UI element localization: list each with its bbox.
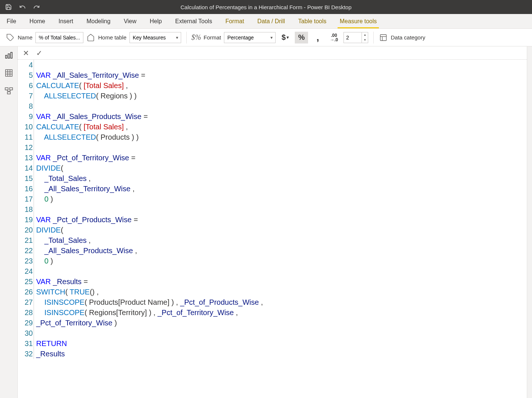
dax-editor[interactable]: 45VAR _All_Sales_Territory_Wise =6CALCUL… (18, 60, 527, 398)
code-text[interactable]: DIVIDE( (35, 225, 63, 235)
tab-insert[interactable]: Insert (52, 14, 80, 28)
code-text[interactable]: 0 ) (35, 194, 53, 204)
code-line[interactable]: 30 (18, 328, 527, 338)
data-category-group: Data category (379, 33, 425, 42)
code-text[interactable] (35, 60, 36, 70)
code-line[interactable]: 24 (18, 266, 527, 276)
tag-icon (6, 33, 15, 42)
code-text[interactable]: _All_Sales_Territory_Wise , (35, 184, 135, 194)
home-table-select[interactable]: Key Measures (129, 32, 181, 43)
code-text[interactable] (35, 204, 36, 214)
tab-external-tools[interactable]: External Tools (169, 14, 219, 28)
tab-home[interactable]: Home (23, 14, 52, 28)
code-text[interactable]: VAR _Pct_of_Products_Wise = (35, 214, 138, 225)
code-text[interactable]: RETURN (35, 338, 67, 349)
code-line[interactable]: 12 (18, 142, 527, 153)
decimal-down[interactable]: ▼ (362, 38, 368, 43)
code-text[interactable]: DIVIDE( (35, 163, 63, 173)
data-view-icon[interactable] (4, 68, 14, 78)
code-line[interactable]: 23 0 ) (18, 256, 527, 266)
code-text[interactable]: 0 ) (35, 256, 53, 266)
decimal-input[interactable] (343, 32, 362, 43)
comma-button[interactable]: , (311, 32, 324, 43)
tab-help[interactable]: Help (143, 14, 169, 28)
code-line[interactable]: 13VAR _Pct_of_Territory_Wise = (18, 153, 527, 163)
tab-format[interactable]: Format (219, 14, 251, 28)
code-text[interactable]: ALLSELECTED( Regions ) ) (35, 91, 137, 101)
svg-rect-6 (11, 52, 12, 58)
line-number: 26 (18, 287, 34, 297)
code-text[interactable]: ISINSCOPE( Products[Product Name] ) , _P… (35, 297, 263, 307)
commit-formula-icon[interactable]: ✓ (34, 48, 44, 58)
code-line[interactable]: 28 ISINSCOPE( Regions[Territory] ) , _Pc… (18, 307, 527, 318)
code-line[interactable]: 21 _Total_Sales , (18, 235, 527, 245)
code-text[interactable] (35, 101, 36, 111)
code-line[interactable]: 14DIVIDE( (18, 163, 527, 173)
line-number: 16 (18, 184, 34, 194)
code-line[interactable]: 8 (18, 101, 527, 111)
code-line[interactable]: 22 _All_Sales_Products_Wise , (18, 245, 527, 256)
code-line[interactable]: 10CALCULATE( [Total Sales] , (18, 122, 527, 132)
code-line[interactable]: 27 ISINSCOPE( Products[Product Name] ) ,… (18, 297, 527, 307)
decimal-up[interactable]: ▲ (362, 32, 368, 38)
tab-file[interactable]: File (0, 14, 23, 28)
right-pane-edge[interactable] (527, 46, 532, 398)
code-line[interactable]: 16 _All_Sales_Territory_Wise , (18, 184, 527, 194)
code-text[interactable]: CALCULATE( [Total Sales] , (35, 80, 128, 91)
save-icon[interactable] (5, 4, 12, 10)
line-number: 23 (18, 256, 34, 266)
code-text[interactable]: CALCULATE( [Total Sales] , (35, 122, 128, 132)
code-text[interactable]: ALLSELECTED( Products ) ) (35, 132, 139, 142)
code-line[interactable]: 32_Results (18, 349, 527, 359)
name-input[interactable] (35, 32, 83, 43)
data-category-label: Data category (391, 34, 425, 41)
code-line[interactable]: 17 0 ) (18, 194, 527, 204)
code-text[interactable]: SWITCH( TRUE() , (35, 287, 99, 297)
tab-view[interactable]: View (117, 14, 143, 28)
tab-measure-tools[interactable]: Measure tools (333, 14, 384, 28)
redo-icon[interactable] (33, 4, 40, 10)
code-line[interactable]: 15 _Total_Sales , (18, 173, 527, 184)
code-line[interactable]: 18 (18, 204, 527, 214)
code-text[interactable] (35, 328, 36, 338)
code-line[interactable]: 5VAR _All_Sales_Territory_Wise = (18, 70, 527, 80)
undo-icon[interactable] (19, 4, 26, 10)
format-label: Format (204, 34, 221, 41)
percent-button[interactable]: % (295, 32, 308, 43)
code-text[interactable]: VAR _Pct_of_Territory_Wise = (35, 153, 135, 163)
code-line[interactable]: 4 (18, 60, 527, 70)
code-text[interactable]: _Total_Sales , (35, 173, 91, 184)
report-view-icon[interactable] (4, 50, 14, 60)
code-text[interactable]: _Total_Sales , (35, 235, 91, 245)
code-line[interactable]: 7 ALLSELECTED( Regions ) ) (18, 91, 527, 101)
code-line[interactable]: 6CALCULATE( [Total Sales] , (18, 80, 527, 91)
window-title: Calculation of Percentages in a Hierarch… (180, 4, 352, 10)
model-view-icon[interactable] (4, 85, 14, 96)
code-line[interactable]: 25VAR _Results = (18, 276, 527, 287)
svg-rect-12 (5, 88, 8, 90)
code-text[interactable]: ISINSCOPE( Regions[Territory] ) , _Pct_o… (35, 307, 238, 318)
code-text[interactable]: _Pct_of_Territory_Wise ) (35, 318, 117, 328)
decimal-spinner[interactable]: ▲ ▼ (343, 32, 368, 43)
cancel-formula-icon[interactable]: ✕ (21, 48, 31, 58)
code-line[interactable]: 19VAR _Pct_of_Products_Wise = (18, 214, 527, 225)
tab-table-tools[interactable]: Table tools (291, 14, 333, 28)
code-text[interactable]: _Results (35, 349, 65, 359)
code-line[interactable]: 29_Pct_of_Territory_Wise ) (18, 318, 527, 328)
code-text[interactable]: _All_Sales_Products_Wise , (35, 245, 137, 256)
line-number: 12 (18, 142, 34, 153)
code-text[interactable]: VAR _Results = (35, 276, 88, 287)
code-line[interactable]: 26SWITCH( TRUE() , (18, 287, 527, 297)
currency-button[interactable]: $ ▾ (279, 32, 292, 43)
code-text[interactable] (35, 266, 36, 276)
format-select[interactable]: Percentage (224, 32, 276, 43)
code-line[interactable]: 9VAR _All_Sales_Products_Wise = (18, 111, 527, 122)
code-text[interactable]: VAR _All_Sales_Products_Wise = (35, 111, 148, 122)
code-line[interactable]: 20DIVIDE( (18, 225, 527, 235)
code-text[interactable]: VAR _All_Sales_Territory_Wise = (35, 70, 145, 80)
code-line[interactable]: 11 ALLSELECTED( Products ) ) (18, 132, 527, 142)
code-line[interactable]: 31RETURN (18, 338, 527, 349)
tab-modeling[interactable]: Modeling (80, 14, 117, 28)
tab-data-drill[interactable]: Data / Drill (251, 14, 292, 28)
code-text[interactable] (35, 142, 36, 153)
